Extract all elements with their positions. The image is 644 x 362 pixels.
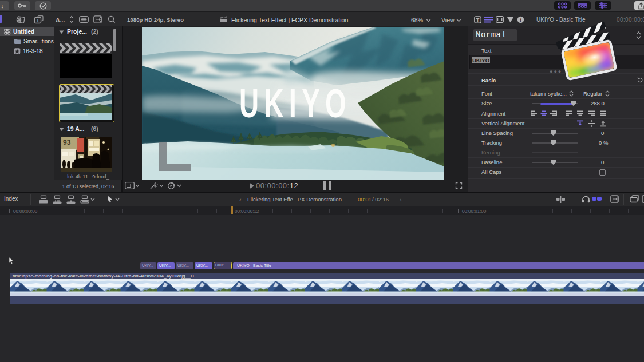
svg-text:UKIYO: UKIYO — [239, 81, 351, 126]
svg-text:93: 93 — [63, 138, 71, 146]
svg-text:T: T — [36, 18, 39, 23]
svg-text:T: T — [476, 17, 480, 23]
